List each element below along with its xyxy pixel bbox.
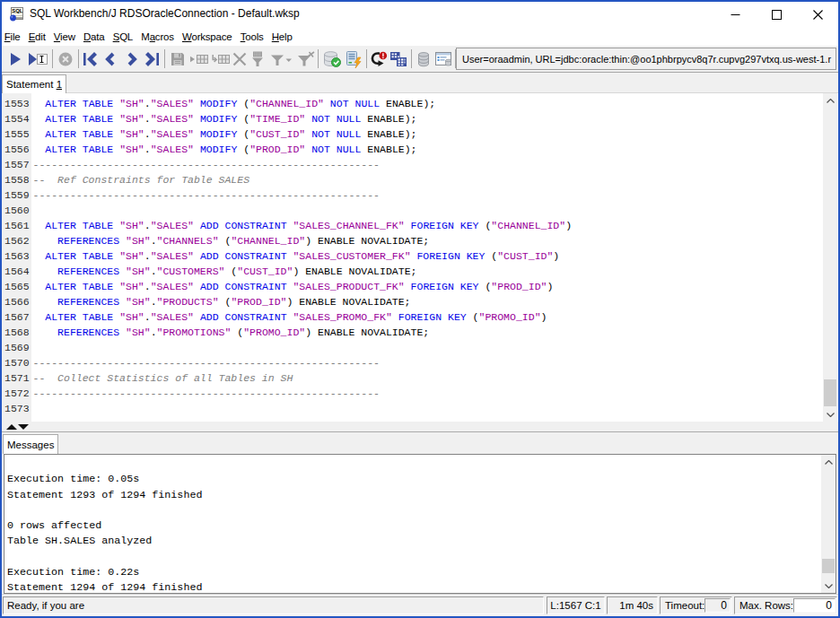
scroll-down-icon[interactable] (823, 407, 837, 422)
first-statement-button[interactable] (81, 48, 99, 70)
code-token: ( (467, 311, 479, 323)
menu-workspace[interactable]: Workspace (178, 28, 236, 45)
code-token (76, 250, 83, 262)
grids-icon (389, 51, 407, 67)
code-token: "SH" (126, 235, 151, 247)
code-token: ( (219, 235, 232, 247)
floppy-icon (170, 51, 186, 67)
menu-sql[interactable]: SQL (109, 28, 137, 45)
code-token: "SH" (119, 144, 144, 155)
data-pumper-button[interactable] (389, 48, 408, 70)
execute-all-button[interactable] (5, 48, 25, 70)
code-token: "SALES_CHANNEL_FK" (293, 220, 404, 231)
stop-icon (57, 51, 74, 67)
code-token (405, 281, 411, 292)
menu-file[interactable]: File (0, 28, 24, 45)
timeout-input[interactable]: 0 (704, 598, 731, 613)
messages-scroll-thumb[interactable] (822, 559, 835, 573)
messages-panel: Execution time: 0.05s Statement 1293 of … (4, 454, 836, 594)
line-number: 1556 (4, 142, 31, 157)
messages-vertical-scrollbar[interactable] (821, 455, 836, 593)
editor-scroll-thumb[interactable] (824, 379, 836, 406)
close-button[interactable] (797, 2, 838, 27)
code-token: ) (541, 311, 547, 323)
code-token (194, 128, 200, 140)
code-token: "SALES_PROMO_FK" (293, 311, 391, 323)
code-token (330, 144, 337, 155)
play-icon (7, 51, 23, 67)
menu-tools[interactable]: Tools (236, 28, 267, 45)
chevron-up-glyph (825, 460, 833, 465)
code-token (76, 144, 83, 155)
code-token (330, 128, 337, 140)
code-token: "SH" (119, 281, 144, 292)
code-token: TABLE (83, 98, 114, 109)
rollback-button[interactable] (343, 48, 363, 70)
editor-code[interactable]: ALTER TABLE "SH"."SALES" MODIFY ("CHANNE… (33, 96, 573, 416)
code-token (442, 311, 448, 323)
status-message: Ready, if you are (3, 596, 544, 614)
minimize-icon (731, 10, 740, 20)
menu-edit[interactable]: Edit (24, 28, 49, 45)
code-token (76, 311, 83, 323)
code-token: ( (479, 281, 492, 292)
scroll-down-icon[interactable] (821, 579, 836, 593)
code-token: ( (485, 250, 497, 262)
editor-result-splitter[interactable] (2, 422, 838, 432)
statement-tab-strip: Statement 1 (2, 73, 838, 93)
splitter-collapse-icons[interactable] (5, 423, 31, 431)
maximize-button[interactable] (756, 2, 797, 27)
code-token: "SALES" (151, 128, 194, 140)
code-line: ALTER TABLE "SH"."SALES" ADD CONSTRAINT … (33, 218, 573, 233)
line-number: 1563 (4, 248, 31, 264)
tab-messages[interactable]: Messages (3, 434, 58, 454)
menu-data[interactable]: Data (79, 28, 109, 45)
minimize-button[interactable] (714, 2, 756, 27)
sql-editor[interactable]: 1553155415551556155715581559156015611562… (2, 93, 838, 422)
code-token: . (144, 311, 151, 323)
maxrows-input[interactable]: 0 (793, 598, 836, 613)
last-statement-button[interactable] (144, 48, 162, 70)
code-token: TABLE (83, 250, 114, 262)
scroll-up-icon[interactable] (821, 455, 836, 469)
menu-view[interactable]: View (49, 28, 79, 45)
execute-current-button[interactable] (26, 48, 49, 70)
copy-row-button[interactable] (210, 48, 232, 70)
code-token: "SH" (119, 113, 144, 125)
connection-info-panel: User=oraadmin, URL=jdbc:oracle:thin:@oo1… (456, 48, 836, 70)
filter-dropdown-button[interactable] (268, 48, 293, 70)
code-token: MODIFY (200, 113, 237, 125)
next-statement-button[interactable] (123, 48, 141, 70)
save-changes-button[interactable] (169, 48, 187, 70)
code-token: NULL (354, 98, 380, 109)
menu-help[interactable]: Help (267, 28, 296, 45)
filter-selection-button[interactable] (248, 48, 267, 70)
code-token: "SALES_CUSTOMER_FK" (293, 250, 410, 262)
code-token: "PROMO_ID" (243, 326, 305, 338)
funnel-x-icon (296, 51, 316, 67)
code-token: "SH" (126, 265, 151, 277)
menu-macros[interactable]: Macros (137, 28, 179, 45)
toolbar-separator (164, 49, 165, 68)
code-token: ) (565, 220, 572, 231)
code-token: "SH" (119, 128, 144, 140)
code-token: NULL (337, 113, 362, 125)
connection-info-button[interactable] (414, 48, 433, 70)
reset-filter-button[interactable] (295, 48, 317, 70)
code-token: MODIFY (200, 128, 237, 140)
cancel-execution-button[interactable] (56, 48, 75, 70)
ignore-errors-button[interactable] (369, 48, 390, 70)
editor-vertical-scrollbar[interactable] (823, 93, 837, 422)
previous-statement-button[interactable] (101, 48, 119, 70)
code-token: REFERENCES (57, 296, 119, 308)
code-token (33, 296, 58, 308)
code-line: ALTER TABLE "SH"."SALES" MODIFY ("CUST_I… (33, 126, 573, 142)
delete-row-button[interactable] (231, 48, 249, 70)
insert-row-button[interactable] (188, 48, 210, 70)
scroll-up-icon[interactable] (823, 93, 837, 108)
db-explorer-button[interactable] (433, 48, 453, 70)
code-token: ) (547, 281, 553, 292)
line-number: 1558 (4, 172, 31, 187)
commit-button[interactable] (321, 48, 343, 70)
tab-statement-1[interactable]: Statement 1 (2, 74, 66, 93)
